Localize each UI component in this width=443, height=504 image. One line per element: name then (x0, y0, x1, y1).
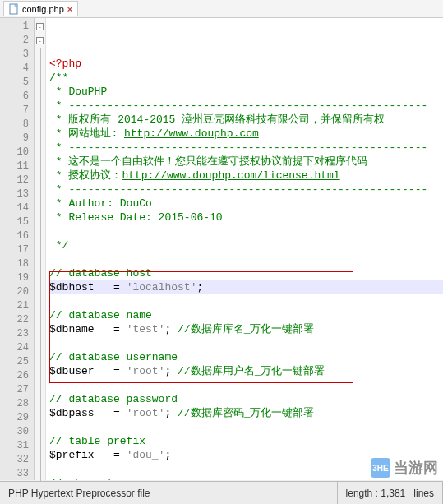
code-line[interactable] (49, 252, 443, 266)
code-line[interactable]: * 版权所有 2014-2015 漳州豆壳网络科技有限公司，并保留所有权 (49, 113, 443, 127)
fold-guide (35, 90, 45, 104)
file-tab[interactable]: config.php × (3, 1, 78, 16)
fold-guide (35, 341, 45, 355)
fold-guide (35, 62, 45, 76)
code-editor[interactable]: 1234567891011121314151617181920212223242… (0, 18, 443, 480)
line-number: 17 (0, 243, 34, 257)
line-number: 5 (0, 76, 34, 90)
line-number: 31 (0, 439, 34, 453)
line-number: 19 (0, 271, 34, 285)
line-number: 24 (0, 341, 34, 355)
code-line[interactable] (49, 224, 443, 238)
line-number: 6 (0, 90, 34, 104)
code-line[interactable]: <?php (49, 57, 443, 71)
line-number: 8 (0, 118, 34, 132)
line-number: 33 (0, 467, 34, 481)
fold-guide (35, 173, 45, 187)
fold-guide (35, 425, 45, 439)
line-number: 20 (0, 285, 34, 299)
fold-guide (35, 397, 45, 411)
code-line[interactable]: // database username (49, 350, 443, 364)
fold-guide (35, 201, 45, 215)
fold-guide (35, 411, 45, 425)
fold-guide (35, 313, 45, 327)
line-number: 13 (0, 187, 34, 201)
line-number-gutter: 1234567891011121314151617181920212223242… (0, 18, 35, 480)
tab-bar: config.php × (0, 0, 443, 18)
code-area[interactable]: <?php/** * DouPHP * --------------------… (46, 18, 443, 480)
line-number: 3 (0, 48, 34, 62)
fold-guide (35, 132, 45, 146)
code-line[interactable]: * 授权协议：http://www.douphp.com/license.htm… (49, 169, 443, 183)
code-line[interactable] (49, 378, 443, 392)
fold-guide (35, 467, 45, 481)
line-number: 28 (0, 397, 34, 411)
line-number: 29 (0, 411, 34, 425)
line-number: 32 (0, 453, 34, 467)
status-filetype: PHP Hypertext Preprocessor file (0, 482, 338, 504)
code-line[interactable]: $dbuser = 'root'; //数据库用户名_万化一键部署 (49, 364, 443, 378)
code-line[interactable] (49, 336, 443, 350)
close-icon[interactable]: × (67, 4, 72, 14)
fold-guide (35, 299, 45, 313)
watermark-text: 当游网 (394, 458, 438, 478)
fold-guide (35, 257, 45, 271)
fold-guide (35, 48, 45, 62)
code-line[interactable]: * --------------------------------------… (49, 99, 443, 113)
fold-guide (35, 243, 45, 257)
code-line[interactable]: * --------------------------------------… (49, 183, 443, 197)
code-line[interactable]: // table prefix (49, 434, 443, 448)
fold-guide (35, 439, 45, 453)
code-line[interactable]: * 网站地址: http://www.douphp.com (49, 127, 443, 141)
line-number: 21 (0, 299, 34, 313)
line-number: 16 (0, 229, 34, 243)
code-line[interactable] (49, 420, 443, 434)
fold-guide (35, 383, 45, 397)
fold-guide (35, 104, 45, 118)
line-number: 2 (0, 34, 34, 48)
fold-toggle-icon[interactable]: - (35, 20, 45, 34)
line-number: 25 (0, 355, 34, 369)
code-line[interactable]: * --------------------------------------… (49, 141, 443, 155)
code-line[interactable]: // database host (49, 266, 443, 280)
line-number: 15 (0, 215, 34, 229)
code-line[interactable]: * DouPHP (49, 85, 443, 99)
fold-guide (35, 453, 45, 467)
code-line[interactable] (49, 294, 443, 308)
code-line[interactable]: $dbname = 'test'; //数据库库名_万化一键部署 (49, 322, 443, 336)
code-line[interactable]: $dbhost = 'localhost'; (49, 280, 443, 294)
line-number: 18 (0, 257, 34, 271)
fold-guide (35, 271, 45, 285)
code-line[interactable]: // database password (49, 392, 443, 406)
fold-column: -- (35, 18, 46, 480)
fold-guide (35, 160, 45, 173)
watermark: 3HE 当游网 (371, 458, 438, 478)
code-line[interactable]: $dbpass = 'root'; //数据库密码_万化一键部署 (49, 406, 443, 420)
fold-guide (35, 355, 45, 369)
line-number: 27 (0, 383, 34, 397)
fold-guide (35, 285, 45, 299)
code-line[interactable]: */ (49, 238, 443, 252)
status-length: length : 1,381 lines (338, 482, 443, 504)
line-number: 14 (0, 201, 34, 215)
code-line[interactable]: // database name (49, 308, 443, 322)
status-bar: PHP Hypertext Preprocessor file length :… (0, 481, 443, 504)
code-line[interactable]: * Author: DouCo (49, 197, 443, 210)
line-number: 23 (0, 327, 34, 341)
fold-guide (35, 369, 45, 383)
fold-guide (35, 76, 45, 90)
fold-guide (35, 215, 45, 229)
fold-guide (35, 327, 45, 341)
code-line[interactable]: * 这不是一个自由软件！您只能在遵守授权协议前提下对程序代码 (49, 155, 443, 169)
line-number: 26 (0, 369, 34, 383)
line-number: 12 (0, 173, 34, 187)
line-number: 9 (0, 132, 34, 146)
file-icon (9, 3, 19, 15)
fold-guide (35, 118, 45, 132)
code-line[interactable]: /** (49, 71, 443, 85)
fold-guide (35, 146, 45, 160)
line-number: 1 (0, 20, 34, 34)
code-line[interactable]: * Release Date: 2015-06-10 (49, 210, 443, 224)
watermark-logo: 3HE (371, 458, 390, 478)
fold-toggle-icon[interactable]: - (35, 34, 45, 48)
